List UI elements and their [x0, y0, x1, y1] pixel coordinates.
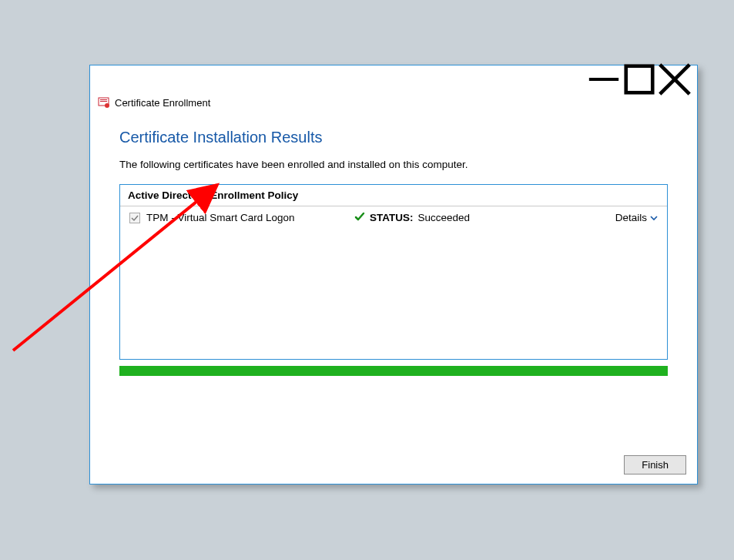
chevron-down-icon	[650, 214, 658, 222]
page-heading: Certificate Installation Results	[119, 129, 668, 146]
status-label: STATUS:	[370, 212, 414, 223]
certificate-enrollment-icon	[98, 96, 110, 109]
certificate-checkbox[interactable]	[129, 213, 140, 223]
success-check-icon	[354, 211, 365, 224]
maximize-icon	[622, 62, 657, 97]
svg-rect-5	[100, 99, 107, 100]
titlebar	[90, 65, 697, 93]
certificate-row: TPM - Virtual Smart Card Logon STATUS: S…	[120, 206, 667, 229]
status-group: STATUS: Succeeded	[354, 211, 615, 224]
maximize-button[interactable]	[622, 68, 657, 91]
checkmark-icon	[131, 214, 139, 222]
dialog-window: Certificate Enrollment Certificate Insta…	[89, 65, 698, 485]
progress-bar	[119, 366, 668, 376]
minimize-button[interactable]	[586, 68, 622, 91]
svg-point-7	[105, 103, 109, 108]
finish-button[interactable]: Finish	[624, 455, 686, 474]
svg-rect-1	[626, 66, 653, 93]
minimize-icon	[586, 62, 622, 97]
close-button[interactable]	[657, 68, 692, 91]
certificate-name: TPM - Virtual Smart Card Logon	[146, 212, 354, 223]
status-value: Succeeded	[418, 212, 471, 223]
svg-rect-6	[100, 101, 107, 102]
content-area: Certificate Installation Results The fol…	[90, 109, 697, 376]
page-description: The following certificates have been enr…	[119, 159, 668, 170]
close-icon	[657, 62, 692, 97]
policy-panel: Active Directory Enrollment Policy TPM -…	[119, 184, 668, 360]
policy-header: Active Directory Enrollment Policy	[120, 185, 667, 206]
dialog-footer: Finish	[624, 455, 686, 474]
details-label: Details	[615, 212, 647, 223]
window-title: Certificate Enrollment	[115, 97, 210, 109]
details-expander[interactable]: Details	[615, 212, 658, 223]
